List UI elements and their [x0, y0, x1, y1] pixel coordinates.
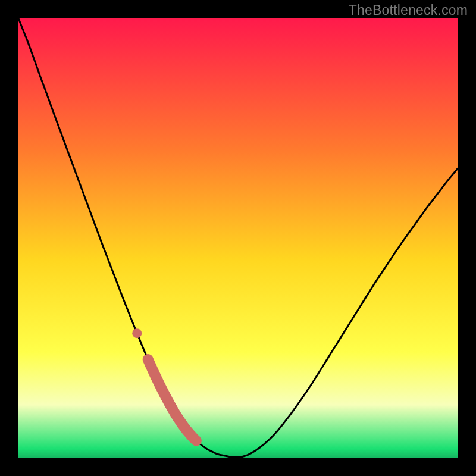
bottleneck-chart [18, 18, 458, 458]
plot-area [18, 18, 458, 458]
watermark-text: TheBottleneck.com [349, 2, 468, 18]
chart-frame: TheBottleneck.com [0, 0, 476, 476]
gradient-background [18, 18, 458, 458]
isolated-marker [132, 328, 142, 338]
